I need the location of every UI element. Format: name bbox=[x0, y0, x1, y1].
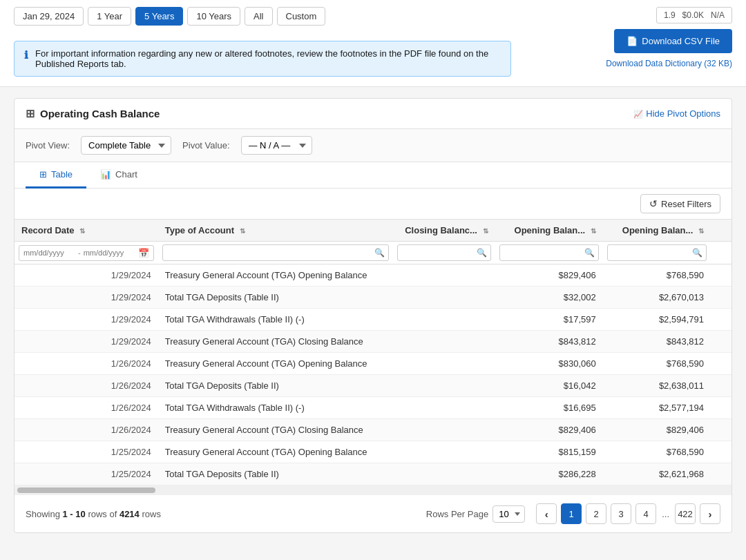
showing-range: 1 - 10 bbox=[63, 509, 86, 519]
col-opening-balance1[interactable]: Opening Balan... ⇅ bbox=[495, 220, 603, 242]
date-from-input[interactable] bbox=[23, 249, 75, 257]
cell-extra bbox=[711, 309, 731, 331]
cell-closing bbox=[393, 287, 495, 309]
period-all[interactable]: All bbox=[245, 7, 272, 26]
search-icon-closing: 🔍 bbox=[477, 248, 487, 258]
date-filter-range[interactable]: - 📅 bbox=[19, 245, 154, 261]
cell-extra bbox=[711, 397, 731, 419]
table-row: 1/29/2024 Treasury General Account (TGA)… bbox=[15, 264, 731, 287]
cell-date: 1/29/2024 bbox=[15, 287, 158, 309]
cell-date: 1/25/2024 bbox=[15, 463, 158, 485]
sort-icon-record-date: ⇅ bbox=[79, 227, 85, 235]
cell-extra bbox=[711, 264, 731, 287]
period-1year[interactable]: 1 Year bbox=[88, 7, 131, 26]
page-4-button[interactable]: 4 bbox=[635, 503, 656, 524]
page-3-button[interactable]: 3 bbox=[611, 503, 631, 524]
col-extra bbox=[711, 220, 731, 242]
calendar-icon[interactable]: 📅 bbox=[138, 248, 149, 258]
chart-bar-icon bbox=[633, 108, 643, 119]
data-table: Record Date ⇅ Type of Account ⇅ Closing … bbox=[15, 220, 731, 485]
col-opening-balance2[interactable]: Opening Balan... ⇅ bbox=[603, 220, 711, 242]
cell-closing bbox=[393, 309, 495, 331]
page-last-button[interactable]: 422 bbox=[675, 503, 696, 524]
cell-type: Total TGA Withdrawals (Table II) (-) bbox=[158, 309, 393, 331]
download-csv-button[interactable]: Download CSV File bbox=[614, 29, 732, 53]
period-custom[interactable]: Custom bbox=[277, 7, 326, 26]
tab-chart[interactable]: 📊 Chart bbox=[86, 162, 151, 189]
page-ellipsis: ... bbox=[660, 509, 671, 519]
cell-type: Treasury General Account (TGA) Closing B… bbox=[158, 419, 393, 441]
cell-closing bbox=[393, 353, 495, 375]
pivot-value-label: Pivot Value: bbox=[182, 140, 229, 151]
search-icon-opening1: 🔍 bbox=[584, 248, 595, 258]
table-row: 1/29/2024 Total TGA Withdrawals (Table I… bbox=[15, 309, 731, 331]
cell-date: 1/29/2024 bbox=[15, 309, 158, 331]
page-1-button[interactable]: 1 bbox=[561, 503, 582, 524]
tab-table[interactable]: ⊞ Table bbox=[26, 162, 86, 189]
page-2-button[interactable]: 2 bbox=[586, 503, 606, 524]
period-10years[interactable]: 10 Years bbox=[187, 7, 240, 26]
cell-date: 1/29/2024 bbox=[15, 331, 158, 353]
pivot-options-row: Pivot View: Complete Table Pivot Value: … bbox=[15, 129, 731, 162]
cell-opening2: $2,577,194 bbox=[603, 397, 711, 419]
table-row: 1/26/2024 Treasury General Account (TGA)… bbox=[15, 419, 731, 441]
cell-opening1: $16,695 bbox=[495, 397, 603, 419]
cell-opening1: $843,812 bbox=[495, 331, 603, 353]
type-account-filter[interactable] bbox=[162, 244, 389, 261]
pivot-view-select[interactable]: Complete Table bbox=[81, 136, 171, 155]
cell-opening1: $815,159 bbox=[495, 441, 603, 463]
info-circle-icon bbox=[24, 49, 28, 61]
table-wrapper: Record Date ⇅ Type of Account ⇅ Closing … bbox=[15, 220, 731, 485]
cell-type: Treasury General Account (TGA) Closing B… bbox=[158, 331, 393, 353]
rows-per-page-select[interactable]: 10 bbox=[492, 505, 525, 523]
col-closing-balance[interactable]: Closing Balanc... ⇅ bbox=[393, 220, 495, 242]
sort-icon-opening2: ⇅ bbox=[698, 227, 704, 235]
cell-closing bbox=[393, 463, 495, 485]
table-row: 1/25/2024 Total TGA Deposits (Table II) … bbox=[15, 463, 731, 485]
grid-icon bbox=[26, 107, 35, 120]
reset-filters-button[interactable]: Reset Filters bbox=[640, 194, 720, 213]
col-type-account[interactable]: Type of Account ⇅ bbox=[158, 220, 393, 242]
cell-extra bbox=[711, 375, 731, 397]
table-row: 1/29/2024 Total TGA Deposits (Table II) … bbox=[15, 287, 731, 309]
date-filter-jan29[interactable]: Jan 29, 2024 bbox=[14, 7, 84, 26]
table-row: 1/25/2024 Treasury General Account (TGA)… bbox=[15, 441, 731, 463]
table-tab-icon: ⊞ bbox=[39, 169, 47, 180]
search-icon-type: 🔍 bbox=[374, 248, 385, 258]
cell-extra bbox=[711, 441, 731, 463]
period-5years[interactable]: 5 Years bbox=[135, 7, 183, 26]
info-box: For important information regarding any … bbox=[14, 41, 511, 77]
cell-opening1: $829,406 bbox=[495, 264, 603, 287]
page-next-button[interactable]: › bbox=[700, 503, 720, 524]
download-dict-link[interactable]: Download Data Dictionary (32 KB) bbox=[606, 59, 732, 68]
cell-opening2: $768,590 bbox=[603, 264, 711, 287]
cell-opening1: $829,406 bbox=[495, 419, 603, 441]
cell-type: Total TGA Deposits (Table II) bbox=[158, 375, 393, 397]
page-prev-button[interactable]: ‹ bbox=[536, 503, 557, 524]
pagination-area: Rows Per Page 10 ‹ 1 2 3 4 ... 422 › bbox=[426, 503, 720, 524]
sort-icon-opening1: ⇅ bbox=[591, 227, 596, 235]
cell-date: 1/26/2024 bbox=[15, 353, 158, 375]
cell-date: 1/26/2024 bbox=[15, 397, 158, 419]
cell-date: 1/29/2024 bbox=[15, 264, 158, 287]
showing-info: Showing 1 - 10 rows of 4214 rows bbox=[26, 509, 161, 519]
cell-opening2: $768,590 bbox=[603, 441, 711, 463]
table-row: 1/26/2024 Total TGA Deposits (Table II) … bbox=[15, 375, 731, 397]
rows-per-page: Rows Per Page 10 bbox=[426, 505, 525, 523]
cell-opening2: $843,812 bbox=[603, 331, 711, 353]
sort-icon-closing: ⇅ bbox=[483, 227, 488, 235]
cell-closing bbox=[393, 397, 495, 419]
cell-closing bbox=[393, 331, 495, 353]
horizontal-scrollbar[interactable] bbox=[15, 485, 731, 495]
cell-type: Treasury General Account (TGA) Opening B… bbox=[158, 264, 393, 287]
pivot-value-select[interactable]: — N / A — bbox=[241, 136, 312, 155]
cell-opening2: $2,594,791 bbox=[603, 309, 711, 331]
cell-opening1: $286,228 bbox=[495, 463, 603, 485]
cell-opening1: $830,060 bbox=[495, 353, 603, 375]
date-to-input[interactable] bbox=[84, 249, 135, 257]
hide-pivot-link[interactable]: Hide Pivot Options bbox=[633, 108, 720, 119]
cell-opening2: $829,406 bbox=[603, 419, 711, 441]
chart-tab-icon: 📊 bbox=[100, 169, 111, 180]
col-record-date[interactable]: Record Date ⇅ bbox=[15, 220, 158, 242]
table-row: 1/29/2024 Treasury General Account (TGA)… bbox=[15, 331, 731, 353]
